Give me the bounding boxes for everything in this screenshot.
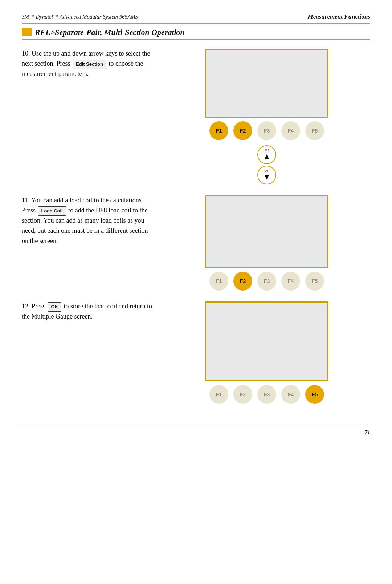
step-11-right: F1 F2 F3 F4 F5	[163, 195, 370, 291]
ins-label: ins	[265, 148, 269, 152]
step-12-f4-button[interactable]: F4	[281, 385, 300, 404]
step-10-f5-button[interactable]: F5	[305, 121, 324, 140]
title-rule	[22, 39, 370, 40]
step-10-number: 10.	[22, 50, 32, 57]
step-11-f5-button[interactable]: F5	[305, 272, 324, 291]
del-label: del	[264, 169, 269, 173]
step-10-right: F1 F2 F3 F4 F5 ins ▲ del ▼	[163, 49, 370, 184]
step-10-text: 10. Use the up and down arrow keys to se…	[22, 49, 163, 79]
step-11: 11. You can add a load coil to the calcu…	[22, 195, 370, 291]
edit-section-button[interactable]: Edit Section	[73, 60, 106, 69]
step-12-fn-buttons: F1 F2 F3 F4 F5	[205, 385, 328, 404]
step-12-number: 12.	[22, 303, 32, 310]
title-bar-accent	[22, 28, 32, 36]
section-title: RFL>Separate-Pair, Multi-Section Operati…	[22, 28, 370, 37]
bottom-rule	[22, 426, 370, 426]
del-down-button[interactable]: del ▼	[257, 166, 276, 184]
step-10-f3-button[interactable]: F3	[257, 121, 276, 140]
step-12-f1-button[interactable]: F1	[209, 385, 228, 404]
step-10-nav: ins ▲ del ▼	[257, 145, 276, 184]
step-12-screen	[205, 301, 328, 381]
step-12-text: 12. Press OK to store the load coil and …	[22, 301, 163, 322]
step-11-number: 11.	[22, 196, 31, 204]
header-right: Measurement Functions	[308, 13, 370, 20]
step-10-f4-button[interactable]: F4	[281, 121, 300, 140]
ins-up-button[interactable]: ins ▲	[257, 145, 276, 164]
ok-button[interactable]: OK	[48, 302, 62, 312]
step-10: 10. Use the up and down arrow keys to se…	[22, 49, 370, 184]
step-10-f2-button[interactable]: F2	[233, 121, 252, 140]
up-arrow-icon: ▲	[263, 152, 271, 161]
top-rule	[22, 23, 370, 24]
title-rfl: RFL>	[35, 28, 55, 37]
down-arrow-icon: ▼	[263, 172, 271, 182]
header-left: 3M™ Dynatel™ Advanced Modular System 965…	[22, 14, 138, 20]
title-rest: Separate-Pair, Multi-Section Operation	[55, 28, 185, 37]
step-12-right: F1 F2 F3 F4 F5	[163, 301, 370, 404]
page: 3M™ Dynatel™ Advanced Modular System 965…	[0, 0, 392, 584]
step-10-fn-buttons: F1 F2 F3 F4 F5	[205, 121, 328, 140]
load-coil-button[interactable]: Load Coil	[38, 206, 66, 216]
step-12-f5-button[interactable]: F5	[305, 385, 324, 404]
page-number: 71	[22, 429, 370, 436]
step-12-f2-button[interactable]: F2	[233, 385, 252, 404]
step-11-f1-button[interactable]: F1	[209, 272, 228, 291]
step-10-screen	[205, 49, 328, 118]
step-10-f1-button[interactable]: F1	[209, 121, 228, 140]
step-11-text: 11. You can add a load coil to the calcu…	[22, 195, 163, 246]
step-12-f3-button[interactable]: F3	[257, 385, 276, 404]
step-11-screen	[205, 195, 328, 268]
header: 3M™ Dynatel™ Advanced Modular System 965…	[22, 13, 370, 20]
step-12: 12. Press OK to store the load coil and …	[22, 301, 370, 404]
step-11-f3-button[interactable]: F3	[257, 272, 276, 291]
content-area: 10. Use the up and down arrow keys to se…	[22, 49, 370, 415]
step-11-f4-button[interactable]: F4	[281, 272, 300, 291]
step-11-fn-buttons: F1 F2 F3 F4 F5	[205, 272, 328, 291]
step-11-f2-button[interactable]: F2	[233, 272, 252, 291]
